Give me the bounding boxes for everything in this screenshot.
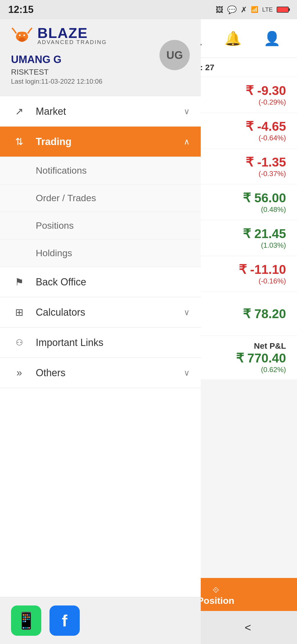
call-status-icon: ✗ [241,5,247,14]
others-label: Others [36,367,184,379]
sidebar-item-back-office[interactable]: ⚑ Back Office [0,267,201,297]
menu-list: ↗ Market ∨ ⇅ Trading ∧ Notifications Ord… [0,96,201,597]
stock-price-2: ₹ -4.65 [246,119,286,134]
brand-text-container: BLAZE ADVANCED TRADING [37,25,107,45]
facebook-button[interactable]: f [50,605,80,636]
facebook-icon: f [62,611,67,630]
back-office-icon: ⚑ [11,276,28,288]
net-pnl-label: Net P&L [254,341,286,351]
social-bar: 📱 f [0,597,201,644]
blaze-bull-icon [11,27,33,43]
whatsapp-icon: 📱 [16,611,37,631]
trading-label: Trading [36,136,184,148]
user-name: UMANG G [11,54,160,66]
battery-icon [277,7,289,13]
calculators-label: Calculators [36,307,184,318]
sidebar-item-others[interactable]: » Others ∨ [0,358,201,388]
svg-point-3 [19,37,25,42]
brand-name: BLAZE [37,25,88,41]
status-icons: 🖼 💬 ✗ 📶 LTE [216,5,289,14]
nav-back-icon[interactable]: < [245,621,251,634]
status-bar: 12:15 🖼 💬 ✗ 📶 LTE [0,0,297,19]
stock-price-5: ₹ 21.45 [243,226,286,241]
others-chevron-icon: ∨ [184,368,190,378]
market-label: Market [36,106,184,117]
positions-label: Positions [36,220,74,231]
svg-point-4 [19,34,21,36]
stock-price-4: ₹ 56.00 [243,190,286,205]
sidebar-item-order-trades[interactable]: Order / Trades [0,184,201,212]
others-icon: » [11,367,28,379]
signal-icon: 📶 [251,6,258,13]
lte-icon: LTE [262,6,273,13]
stock-price-1: ₹ -9.30 [246,83,286,98]
notifications-label: Notifications [36,165,87,176]
calculators-chevron-icon: ∨ [184,307,190,317]
svg-point-5 [23,34,25,36]
stock-change-5: (1.03%) [261,241,286,250]
photo-icon: 🖼 [216,5,223,14]
stock-price-3: ₹ -1.35 [246,155,286,170]
user-risk: RISKTEST [11,68,160,77]
position-icon: ⟐ [213,583,219,595]
sidebar-item-trading[interactable]: ⇅ Trading ∧ [0,127,201,157]
sidebar-item-important-links[interactable]: ⚇ Important Links [0,328,201,358]
important-links-label: Important Links [36,337,190,348]
market-icon: ↗ [11,106,28,117]
bell-icon[interactable]: 🔔 [224,31,241,47]
stock-change-2: (-0.64%) [258,134,286,142]
brand-subtitle: ADVANCED TRADING [37,39,107,45]
whatsapp-button[interactable]: 📱 [11,605,41,636]
order-trades-label: Order / Trades [36,193,96,203]
sidebar-item-notifications[interactable]: Notifications [0,157,201,184]
holdings-label: Holdings [36,248,72,258]
user-info: BLAZE ADVANCED TRADING UMANG G RISKTEST … [11,25,160,85]
stock-price-7: ₹ 78.20 [243,306,286,321]
status-time: 12:15 [8,4,34,15]
stock-price-6: ₹ -11.10 [239,262,286,277]
whatsapp-status-icon: 💬 [227,5,237,14]
user-last-login: Last login:11-03-2022 12:10:06 [11,78,160,85]
navigation-drawer: BLAZE ADVANCED TRADING UMANG G RISKTEST … [0,0,201,644]
net-pnl-amount: ₹ 770.40 [236,351,286,365]
stock-change-4: (0.48%) [261,205,286,214]
net-pnl-change: (0.62%) [261,365,286,374]
stock-change-3: (-0.37%) [258,170,286,178]
market-chevron-icon: ∨ [184,107,190,116]
person-icon[interactable]: 👤 [263,31,280,47]
position-label: Position [197,595,234,606]
important-links-icon: ⚇ [11,338,28,347]
stock-change-6: (-0.16%) [258,277,286,285]
trading-icon: ⇅ [11,136,28,148]
back-office-label: Back Office [36,276,190,288]
sidebar-item-market[interactable]: ↗ Market ∨ [0,96,201,127]
sidebar-item-holdings[interactable]: Holdings [0,239,201,267]
brand-logo: BLAZE ADVANCED TRADING [11,25,160,45]
sidebar-item-positions[interactable]: Positions [0,212,201,239]
sidebar-item-calculators[interactable]: ⊞ Calculators ∨ [0,297,201,328]
trading-chevron-icon: ∧ [184,137,190,146]
calculators-icon: ⊞ [11,307,28,318]
stock-change-1: (-0.29%) [258,98,286,107]
avatar[interactable]: UG [160,40,190,70]
